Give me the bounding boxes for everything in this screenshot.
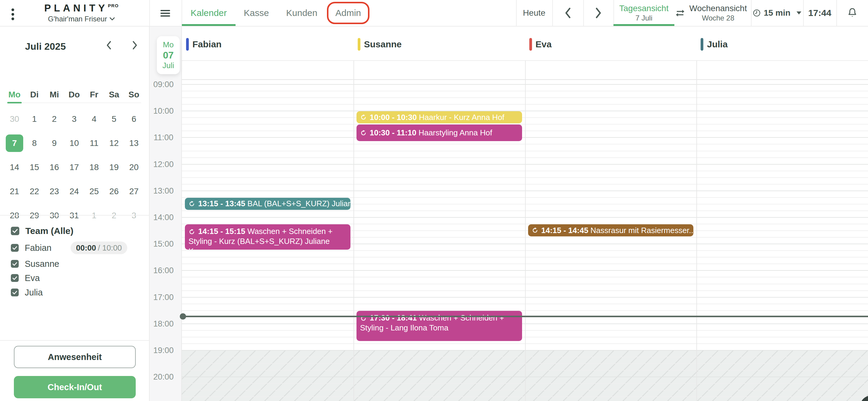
mini-calendar-day[interactable]: 9	[44, 131, 64, 155]
left-sidebar: Juli 2025 MoDiMiDoFrSaSo 301234567891011…	[0, 27, 150, 401]
current-time: 17:44	[803, 0, 836, 26]
tab-day-view[interactable]: Tagesansicht 7 Juli	[614, 0, 674, 26]
mini-calendar-day[interactable]: 3	[64, 107, 84, 131]
staff-column-header-eva[interactable]: Eva	[529, 37, 552, 51]
team-all-checkbox[interactable]	[11, 227, 19, 235]
team-member-row-fabian: Fabian00:00 / 10:00	[11, 241, 139, 254]
event-time: 17:30 - 18:41	[370, 313, 417, 322]
mini-calendar-day[interactable]: 22	[25, 179, 44, 204]
tab-week-view[interactable]: Wochenansicht Woche 28	[685, 0, 751, 26]
mini-calendar-day[interactable]: 12	[104, 131, 124, 155]
top-bar: PLANITYPRO G'hair'man Friseur KalenderKa…	[0, 0, 868, 27]
tab-kunden[interactable]: Kunden	[277, 0, 326, 26]
weekday-sa: Sa	[104, 88, 124, 101]
member-name: Susanne	[25, 259, 59, 269]
calendar-event[interactable]: 10:00 - 10:30 Haarkur - Kurz Anna Hof	[356, 111, 522, 123]
weekday-active-underline	[7, 102, 22, 103]
mini-calendar-day[interactable]: 29	[25, 204, 44, 228]
time-label: 14:00	[150, 213, 177, 222]
mini-calendar-day[interactable]: 14	[4, 155, 25, 179]
time-label: 18:00	[150, 319, 177, 329]
mini-calendar-day[interactable]: 2	[104, 204, 124, 228]
tab-label: Kunden	[286, 8, 317, 18]
mini-calendar-prev-button[interactable]	[102, 39, 116, 52]
staff-column-header-susanne[interactable]: Susanne	[358, 37, 402, 51]
mini-calendar-day[interactable]: 28	[4, 204, 25, 228]
time-label: 11:00	[150, 133, 177, 142]
member-name: Julia	[25, 288, 43, 298]
member-checkbox[interactable]	[11, 288, 19, 297]
mini-calendar-day[interactable]: 17	[64, 155, 84, 179]
chevron-down-icon	[110, 17, 115, 21]
calendar-event[interactable]: 17:30 - 18:41 Waschen + Schneiden + Styl…	[356, 311, 522, 341]
tab-kasse[interactable]: Kasse	[236, 0, 277, 26]
tab-label: Kasse	[244, 8, 269, 18]
mini-calendar-day[interactable]: 19	[104, 155, 124, 179]
mini-calendar-day[interactable]: 1	[25, 107, 44, 131]
mini-calendar-day[interactable]: 3	[124, 204, 144, 228]
clock-icon	[753, 9, 761, 17]
recurring-icon	[532, 227, 538, 234]
notifications-button[interactable]	[836, 0, 868, 26]
member-checkbox[interactable]	[11, 244, 19, 252]
current-time-line	[182, 316, 868, 317]
today-button[interactable]: Heute	[516, 0, 552, 26]
mini-calendar-day[interactable]: 24	[64, 179, 84, 204]
caret-down-icon	[797, 11, 801, 14]
prev-day-button[interactable]	[552, 0, 583, 26]
mini-calendar-day[interactable]: 26	[104, 179, 124, 204]
attendance-button[interactable]: Anwesenheit	[14, 346, 136, 368]
mini-calendar-day[interactable]: 4	[84, 107, 104, 131]
tab-kalender[interactable]: Kalender	[182, 0, 236, 26]
mini-calendar-day[interactable]: 8	[25, 131, 44, 155]
mini-calendar-day[interactable]: 5	[104, 107, 124, 131]
mini-calendar-day[interactable]: 15	[25, 155, 44, 179]
mini-calendar-day[interactable]: 30	[4, 107, 25, 131]
calendar-event[interactable]: 14:15 - 15:15 Waschen + Schneiden + Styl…	[185, 224, 350, 250]
mini-calendar-day[interactable]: 11	[84, 131, 104, 155]
hamburger-menu-icon[interactable]	[160, 8, 170, 18]
chevron-left-icon	[565, 7, 571, 19]
salon-selector[interactable]: G'hair'man Friseur	[33, 15, 130, 23]
mini-calendar-day[interactable]: 2	[44, 107, 64, 131]
mini-calendar-day[interactable]: 18	[84, 155, 104, 179]
mini-calendar-day[interactable]: 20	[124, 155, 144, 179]
mini-calendar-day[interactable]: 23	[44, 179, 64, 204]
calendar-grid: FabianSusanneEvaJulia 13:15 - 13:45 BAL …	[182, 27, 868, 401]
mini-calendar-day[interactable]: 16	[44, 155, 64, 179]
worked-hours-badge: 00:00 / 10:00	[70, 242, 127, 254]
next-day-button[interactable]	[583, 0, 614, 26]
selected-day: 7	[6, 134, 23, 152]
logo-pro-badge: PRO	[108, 3, 119, 8]
chevron-right-icon	[132, 41, 137, 50]
time-label: 13:00	[150, 186, 177, 196]
mini-calendar-day[interactable]: 21	[4, 179, 25, 204]
mini-calendar-day[interactable]: 27	[124, 179, 144, 204]
member-checkbox[interactable]	[11, 274, 19, 282]
mini-calendar-title: Juli 2025	[25, 41, 66, 52]
tab-admin[interactable]: Admin	[326, 0, 370, 26]
sidebar-divider	[0, 215, 150, 216]
mini-calendar-day[interactable]: 31	[64, 204, 84, 228]
weekday-mo: Mo	[4, 88, 25, 101]
sidebar-divider	[0, 340, 150, 341]
mini-calendar-day[interactable]: 30	[44, 204, 64, 228]
mini-calendar-next-button[interactable]	[128, 39, 142, 52]
calendar-event[interactable]: 10:30 - 11:10 Haarstyling Anna Hof	[356, 125, 522, 141]
team-member-row-julia: Julia	[11, 286, 139, 299]
calendar-event[interactable]: 14:15 - 14:45 Nassrasur mit Rasiermesser…	[528, 224, 694, 236]
staff-column-header-fabian[interactable]: Fabian	[186, 37, 222, 51]
mini-calendar-grid: 3012345678910111213141516171819202122232…	[4, 107, 144, 228]
mini-calendar-day[interactable]: 10	[64, 131, 84, 155]
mini-calendar-day[interactable]: 25	[84, 179, 104, 204]
member-checkbox[interactable]	[11, 260, 19, 268]
calendar-event[interactable]: 13:15 - 13:45 BAL (BAL+S+S_KURZ) Juliane…	[185, 198, 350, 210]
interval-dropdown[interactable]: 15 min	[751, 0, 803, 26]
mini-calendar-day[interactable]: 13	[124, 131, 144, 155]
kebab-menu-icon[interactable]	[11, 7, 14, 22]
mini-calendar-day[interactable]: 1	[84, 204, 104, 228]
mini-calendar-day[interactable]: 7	[4, 131, 25, 155]
mini-calendar-day[interactable]: 6	[124, 107, 144, 131]
staff-column-header-julia[interactable]: Julia	[701, 37, 727, 51]
check-in-out-button[interactable]: Check-In/Out	[14, 376, 136, 398]
